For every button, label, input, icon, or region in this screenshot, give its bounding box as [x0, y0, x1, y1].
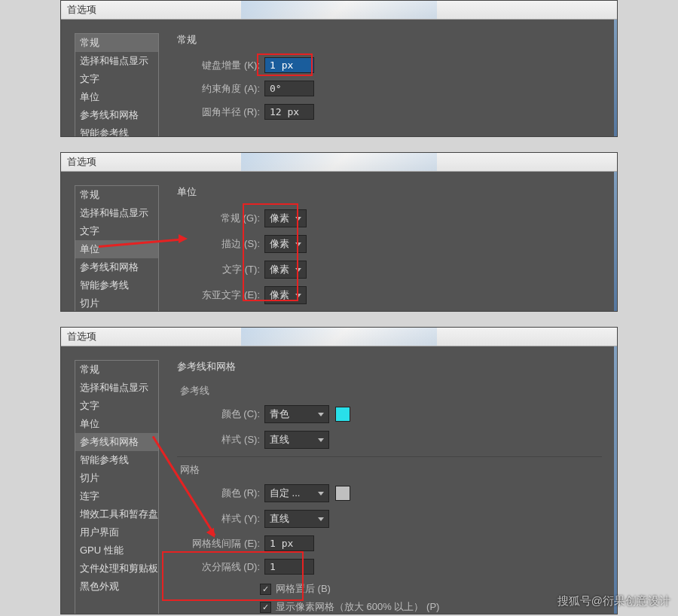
sidebar-item-hyphen[interactable]: 连字 — [75, 487, 158, 505]
sidebar-item-select[interactable]: 选择和锚点显示 — [75, 52, 158, 70]
sidebar-item-plugins[interactable]: 增效工具和暂存盘 — [75, 505, 158, 523]
sidebar-item-type[interactable]: 文字 — [75, 222, 158, 240]
keyboard-increment-label: 键盘增量 (K): — [177, 59, 260, 72]
constrain-angle-label: 约束角度 (A): — [177, 82, 260, 96]
guide-color-swatch[interactable] — [335, 407, 350, 422]
prefs-panel-guides: 首选项 常规 选择和锚点显示 文字 单位 参考线和网格 智能参考线 切片 连字 … — [60, 327, 618, 614]
asian-units-select[interactable]: 像素 — [264, 286, 307, 304]
arrow-head-icon — [179, 234, 188, 243]
sidebar-item-ui[interactable]: 用户界面 — [75, 523, 158, 541]
sidebar-item-slices[interactable]: 切片 — [75, 469, 158, 487]
window-title: 首选项 — [61, 1, 617, 20]
content-units: 单位 常规 (G): 像素 描边 (S): 像素 文字 (T): 像素 东亚文字… — [159, 185, 617, 312]
grid-style-select[interactable]: 直线 — [264, 510, 329, 528]
sidebar-item-guides[interactable]: 参考线和网格 — [75, 258, 158, 276]
prefs-panel-general: 首选项 常规 选择和锚点显示 文字 单位 参考线和网格 智能参考线 常规 键盘增… — [60, 0, 618, 137]
guide-style-select[interactable]: 直线 — [264, 431, 329, 449]
sidebar-item-units[interactable]: 单位 — [75, 415, 158, 433]
stroke-units-select[interactable]: 像素 — [264, 235, 307, 253]
guide-style-label: 样式 (S): — [177, 433, 260, 447]
grid-group-title: 网格 — [180, 463, 602, 477]
asian-units-label: 东亚文字 (E): — [177, 288, 260, 302]
sidebar: 常规 选择和锚点显示 文字 单位 参考线和网格 智能参考线 切片 连字 增效工具… — [75, 360, 159, 614]
sidebar-item-type[interactable]: 文字 — [75, 397, 158, 415]
grid-subdiv-label: 次分隔线 (D): — [177, 560, 260, 574]
grid-behind-checkbox[interactable]: ✓网格置后 (B) — [260, 582, 602, 596]
sidebar-item-units[interactable]: 单位 — [75, 240, 158, 258]
sidebar-item-black[interactable]: 黑色外观 — [75, 578, 158, 596]
grid-color-select[interactable]: 自定 ... — [264, 484, 329, 502]
sidebar-item-smart[interactable]: 智能参考线 — [75, 276, 158, 294]
pixel-grid-checkbox[interactable]: ✓显示像素网格（放大 600% 以上） (P) — [260, 600, 602, 614]
sidebar-item-select[interactable]: 选择和锚点显示 — [75, 204, 158, 222]
section-title: 常规 — [177, 33, 602, 47]
grid-style-label: 样式 (Y): — [177, 512, 260, 526]
sidebar: 常规 选择和锚点显示 文字 单位 参考线和网格 智能参考线 — [75, 33, 159, 137]
guide-color-select[interactable]: 青色 — [264, 405, 329, 423]
prefs-panel-units: 首选项 常规 选择和锚点显示 文字 单位 参考线和网格 智能参考线 切片 连字 … — [60, 152, 618, 312]
grid-color-swatch[interactable] — [335, 486, 350, 501]
sidebar-item-guides[interactable]: 参考线和网格 — [75, 433, 158, 451]
sidebar-item-smart[interactable]: 智能参考线 — [75, 124, 158, 137]
sidebar-item-clipboard[interactable]: 文件处理和剪贴板 — [75, 560, 158, 578]
corner-radius-input[interactable] — [264, 104, 314, 120]
grid-color-label: 颜色 (R): — [177, 486, 260, 500]
constrain-angle-input[interactable] — [264, 81, 314, 96]
stroke-units-label: 描边 (S): — [177, 237, 260, 251]
section-title: 单位 — [177, 185, 602, 199]
grid-spacing-label: 网格线间隔 (E): — [177, 537, 260, 550]
sidebar-item-slices[interactable]: 切片 — [75, 294, 158, 312]
window-title: 首选项 — [61, 328, 617, 346]
section-title: 参考线和网格 — [177, 360, 602, 374]
sidebar-item-guides[interactable]: 参考线和网格 — [75, 106, 158, 124]
type-units-select[interactable]: 像素 — [264, 261, 307, 279]
grid-subdiv-input[interactable] — [264, 559, 314, 575]
sidebar-item-general[interactable]: 常规 — [75, 361, 158, 379]
corner-radius-label: 圆角半径 (R): — [177, 105, 260, 119]
content-guides: 参考线和网格 参考线 颜色 (C): 青色 样式 (S): 直线 网格 — [159, 360, 617, 614]
keyboard-increment-input[interactable] — [264, 57, 314, 73]
grid-spacing-input[interactable] — [264, 535, 314, 551]
sidebar-item-type[interactable]: 文字 — [75, 70, 158, 88]
sidebar-item-units[interactable]: 单位 — [75, 88, 158, 106]
sidebar-item-smart[interactable]: 智能参考线 — [75, 451, 158, 469]
general-units-select[interactable]: 像素 — [264, 209, 307, 227]
sidebar-item-general[interactable]: 常规 — [75, 186, 158, 204]
sidebar-item-general[interactable]: 常规 — [75, 34, 158, 52]
type-units-label: 文字 (T): — [177, 263, 260, 276]
sidebar-item-gpu[interactable]: GPU 性能 — [75, 541, 158, 560]
watermark: 搜狐号@衍果创意设计 — [557, 594, 670, 608]
general-units-label: 常规 (G): — [177, 212, 260, 225]
sidebar-item-select[interactable]: 选择和锚点显示 — [75, 379, 158, 397]
guides-group-title: 参考线 — [180, 384, 602, 398]
window-title: 首选项 — [61, 153, 617, 172]
content-general: 常规 键盘增量 (K): 约束角度 (A): 圆角半径 (R): — [159, 33, 617, 137]
guide-color-label: 颜色 (C): — [177, 407, 260, 421]
sidebar: 常规 选择和锚点显示 文字 单位 参考线和网格 智能参考线 切片 连字 — [75, 185, 159, 312]
